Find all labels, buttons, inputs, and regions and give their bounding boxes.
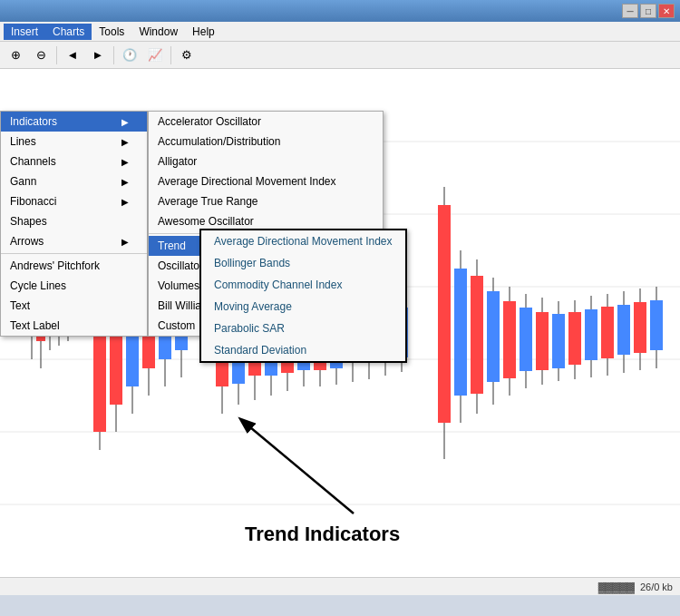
channels-arrow-icon: ▶ [121, 157, 129, 167]
status-indicator: ▓▓▓▓▓ [598, 582, 635, 592]
pitchfork-label: Andrews' Pitchfork [10, 259, 100, 272]
trend-submenu: Average Directional Movement Index Bolli… [199, 229, 407, 363]
insert-fibonacci-item[interactable]: Fibonacci ▶ [1, 191, 147, 211]
separator-1 [1, 253, 147, 254]
admi-item[interactable]: Average Directional Movement Index [149, 171, 383, 191]
svg-rect-54 [438, 205, 451, 423]
trend-bollinger-item[interactable]: Bollinger Bands [201, 252, 405, 274]
accum-dist-item[interactable]: Accumulation/Distribution [149, 132, 383, 152]
svg-rect-66 [536, 312, 549, 370]
atr-item[interactable]: Average True Range [149, 191, 383, 211]
indicators-label: Indicators [10, 115, 57, 128]
shapes-label: Shapes [10, 215, 47, 228]
insert-text-item[interactable]: Text [1, 296, 147, 316]
menu-charts[interactable]: Charts [45, 24, 92, 40]
insert-lines-item[interactable]: Lines ▶ [1, 132, 147, 152]
custom-label: Custom [158, 319, 195, 332]
menu-window[interactable]: Window [131, 24, 185, 40]
trend-ma-item[interactable]: Moving Average [201, 296, 405, 318]
menu-insert[interactable]: Insert [4, 24, 45, 40]
insert-gann-item[interactable]: Gann ▶ [1, 171, 147, 191]
svg-rect-60 [487, 291, 500, 382]
trend-parabolic-item[interactable]: Parabolic SAR [201, 318, 405, 339]
trend-admi-item[interactable]: Average Directional Movement Index [201, 230, 405, 252]
svg-rect-64 [520, 308, 532, 371]
accum-dist-label: Accumulation/Distribution [158, 135, 280, 148]
insert-cyclelines-item[interactable]: Cycle Lines [1, 276, 147, 296]
window-controls: ─ □ ✕ [622, 4, 675, 18]
insert-shapes-item[interactable]: Shapes [1, 211, 147, 231]
toolbar-separator-2 [113, 46, 114, 64]
trend-label: Trend [158, 240, 186, 252]
title-bar: ─ □ ✕ [0, 0, 680, 22]
textlabel-label: Text Label [10, 319, 60, 332]
lines-arrow-icon: ▶ [121, 137, 129, 147]
toolbar: ⊕ ⊖ ◄ ► 🕐 📈 ⚙ [0, 42, 680, 69]
chart-type-button[interactable]: 🕐 [118, 44, 141, 66]
toolbar-separator-3 [170, 46, 171, 64]
svg-rect-80 [650, 300, 663, 350]
settings-button[interactable]: ⚙ [175, 44, 199, 66]
insert-pitchfork-item[interactable]: Andrews' Pitchfork [1, 256, 147, 276]
lines-label: Lines [10, 135, 36, 148]
admi-label: Average Directional Movement Index [158, 175, 336, 188]
maximize-button[interactable]: □ [640, 4, 656, 18]
indicator-button[interactable]: 📈 [143, 44, 167, 66]
svg-rect-72 [585, 309, 597, 360]
channels-label: Channels [10, 155, 56, 168]
fibonacci-label: Fibonacci [10, 195, 56, 208]
menu-bar: Insert Charts Tools Window Help [0, 22, 680, 42]
zoom-in-button[interactable]: ⊕ [4, 44, 27, 66]
alligator-label: Alligator [158, 155, 197, 168]
svg-rect-70 [568, 312, 581, 365]
accelerator-osc-item[interactable]: Accelerator Oscillator [149, 112, 383, 132]
fibonacci-arrow-icon: ▶ [121, 197, 129, 207]
gann-label: Gann [10, 175, 36, 188]
scroll-left-button[interactable]: ◄ [61, 44, 84, 66]
menu-help[interactable]: Help [185, 24, 222, 40]
arrows-label: Arrows [10, 235, 44, 248]
toolbar-separator-1 [56, 46, 57, 64]
insert-menu-popup: Indicators ▶ Lines ▶ Channels ▶ Gann ▶ F… [0, 111, 148, 337]
scroll-right-button[interactable]: ► [86, 44, 110, 66]
svg-rect-78 [634, 302, 646, 353]
svg-rect-68 [552, 314, 565, 368]
cyclelines-label: Cycle Lines [10, 279, 66, 292]
atr-label: Average True Range [158, 195, 258, 208]
trend-cci-item[interactable]: Commodity Channel Index [201, 274, 405, 296]
svg-text:Trend Indicators: Trend Indicators [245, 523, 400, 545]
text-label: Text [10, 299, 30, 312]
svg-rect-76 [617, 305, 630, 355]
menu-tools[interactable]: Tools [92, 24, 131, 40]
close-button[interactable]: ✕ [658, 4, 675, 18]
awesome-osc-label: Awesome Oscillator [158, 215, 254, 228]
accelerator-osc-label: Accelerator Oscillator [158, 115, 261, 128]
svg-rect-74 [601, 307, 614, 358]
trend-stddev-item[interactable]: Standard Deviation [201, 339, 405, 361]
gann-arrow-icon: ▶ [121, 177, 129, 187]
zoom-out-button[interactable]: ⊖ [29, 44, 53, 66]
insert-arrows-item[interactable]: Arrows ▶ [1, 231, 147, 251]
minimize-button[interactable]: ─ [622, 4, 638, 18]
insert-indicators-item[interactable]: Indicators ▶ [1, 112, 147, 132]
insert-channels-item[interactable]: Channels ▶ [1, 152, 147, 171]
arrows-arrow-icon: ▶ [121, 237, 129, 247]
svg-rect-58 [471, 276, 483, 394]
status-bar: ▓▓▓▓▓ 26/0 kb [0, 577, 680, 595]
status-info: 26/0 kb [640, 582, 673, 592]
indicators-arrow-icon: ▶ [121, 117, 129, 127]
insert-textlabel-item[interactable]: Text Label [1, 316, 147, 336]
svg-rect-62 [503, 301, 516, 378]
chart-area: Trend Indicators Indicators ▶ Lines ▶ Ch… [0, 69, 680, 577]
svg-rect-56 [454, 269, 467, 396]
volumes-label: Volumes [158, 279, 199, 292]
alligator-item[interactable]: Alligator [149, 152, 383, 171]
